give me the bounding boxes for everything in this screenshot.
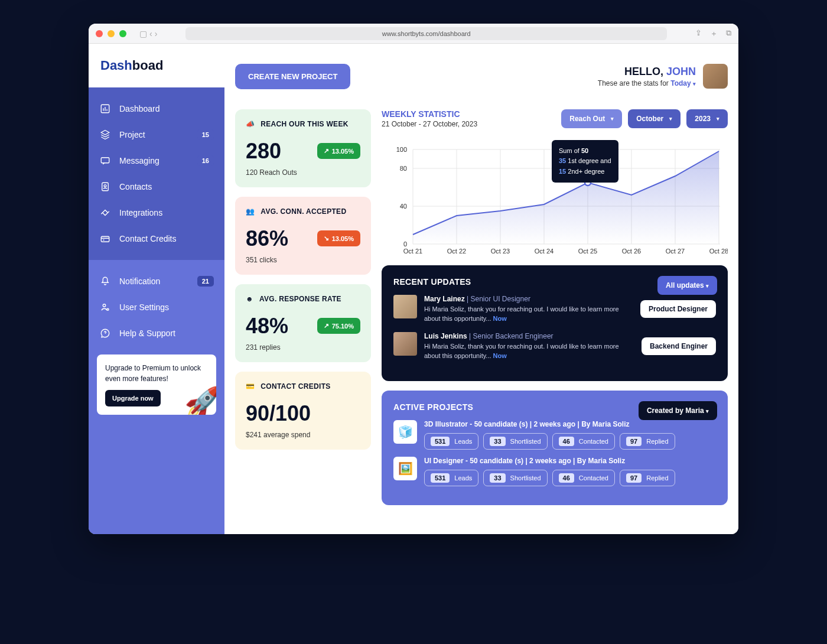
project-item[interactable]: 🧊 3D Illustrator - 50 candidate (s) | 2 … [393, 420, 716, 450]
updates-filter-button[interactable]: All updates ▾ [657, 276, 717, 295]
close-icon[interactable] [96, 30, 103, 37]
role-tag[interactable]: Backend Enginer [642, 337, 716, 355]
greeting: HELLO, JOHN These are the stats for Toda… [598, 66, 696, 87]
svg-text:0: 0 [403, 240, 407, 248]
sidebar-item-contacts[interactable]: Contacts [89, 174, 224, 200]
sidebar-item-project[interactable]: Project15 [89, 122, 224, 148]
sidebar-item-messaging[interactable]: Messaging16 [89, 148, 224, 174]
stat-shortlisted[interactable]: 33Shortlisted [483, 433, 547, 450]
minimize-icon[interactable] [108, 30, 115, 37]
sidebar-toggle-icon[interactable]: ▢ [139, 29, 147, 38]
svg-text:Oct 21: Oct 21 [403, 248, 422, 255]
new-tab-icon[interactable]: ＋ [710, 28, 718, 39]
delta-badge: ↗75.10% [317, 318, 360, 334]
right-column: WEEKLY STATISTIC 21 October - 27 October… [382, 109, 728, 524]
stat-conn: 👥AVG. CONN. ACCEPTED 86%↘13.05% 351 clic… [235, 197, 371, 275]
filter-month[interactable]: October▾ [628, 109, 681, 128]
megaphone-icon: 📣 [246, 120, 255, 128]
upgrade-promo: Upgrade to Premium to unlock even more f… [97, 354, 216, 415]
stat-response: ☻AVG. RESPONSE RATE 48%↗75.10% 231 repli… [235, 284, 371, 362]
svg-text:Oct 25: Oct 25 [578, 248, 597, 255]
chevron-down-icon: ▾ [611, 116, 614, 122]
update-item[interactable]: Mary Lainez | Senior UI Designer Hi Mari… [393, 295, 716, 324]
create-project-button[interactable]: CREATE NEW PROJECT [235, 64, 350, 89]
nav-main: Dashboard Project15 Messaging16 Contacts… [89, 87, 224, 260]
filter-reachout[interactable]: Reach Out▾ [561, 109, 622, 128]
arrow-up-icon: ↗ [324, 322, 329, 330]
stat-replied[interactable]: 97Replied [620, 433, 675, 450]
tabs-icon[interactable]: ⧉ [726, 28, 731, 39]
maximize-icon[interactable] [119, 30, 126, 37]
svg-text:Oct 24: Oct 24 [535, 248, 553, 255]
upgrade-button[interactable]: Upgrade now [105, 390, 161, 406]
share-icon[interactable]: ⇪ [695, 28, 702, 39]
users-icon: 👥 [246, 207, 255, 216]
arrow-down-icon: ↘ [324, 235, 329, 242]
settings-icon [99, 301, 111, 313]
help-icon [99, 327, 111, 339]
chart-tooltip: Sum of 50 35 1st degree and 15 2nd+ degr… [552, 140, 618, 183]
sidebar-item-integrations[interactable]: Integrations [89, 200, 224, 226]
svg-text:Oct 23: Oct 23 [491, 248, 510, 255]
logo: Dashboad [89, 44, 224, 87]
main-content: CREATE NEW PROJECT HELLO, JOHN These are… [224, 44, 738, 534]
top-bar: CREATE NEW PROJECT HELLO, JOHN These are… [235, 54, 728, 99]
filter-year[interactable]: 2023▾ [686, 109, 728, 128]
role-tag[interactable]: Product Designer [640, 300, 716, 318]
projects-filter-button[interactable]: Created by Maria ▾ [639, 401, 717, 420]
titlebar: ▢ ‹ › www.shortbyts.com/dashboard ⇪ ＋ ⧉ [89, 24, 738, 44]
dashboard-icon [99, 103, 111, 115]
back-icon[interactable]: ‹ [149, 29, 152, 38]
period-selector[interactable]: Today ▾ [670, 79, 696, 87]
sidebar: Dashboad Dashboard Project15 Messaging16… [89, 44, 224, 534]
forward-icon[interactable]: › [155, 29, 158, 38]
integrations-icon [99, 207, 111, 219]
app: Dashboad Dashboard Project15 Messaging16… [89, 44, 738, 534]
svg-text:40: 40 [400, 203, 407, 210]
smile-icon: ☻ [246, 295, 253, 303]
delta-badge: ↗13.05% [317, 143, 360, 159]
arrow-up-icon: ↗ [324, 147, 329, 155]
delta-badge: ↘13.05% [317, 230, 360, 246]
user-avatar[interactable] [703, 64, 728, 89]
stat-shortlisted[interactable]: 33Shortlisted [483, 470, 547, 486]
avatar [393, 332, 417, 356]
stat-leads[interactable]: 531Leads [424, 470, 478, 486]
project-icon: 🧊 [393, 420, 417, 444]
project-icon: 🖼️ [393, 457, 417, 480]
chevron-down-icon: ▾ [669, 116, 672, 122]
svg-text:Oct 26: Oct 26 [622, 248, 641, 255]
credits-icon [99, 233, 111, 245]
sidebar-item-credits[interactable]: Contact Credits [89, 226, 224, 252]
stat-contacted[interactable]: 46Contacted [552, 433, 615, 450]
svg-rect-4 [101, 236, 109, 242]
contacts-icon [99, 181, 111, 193]
update-item[interactable]: Luis Jenkins | Senior Backend Engineer H… [393, 332, 716, 361]
sidebar-item-notification[interactable]: Notification21 [89, 268, 224, 294]
recent-updates: RECENT UPDATES All updates ▾ Mary Lainez… [382, 265, 728, 381]
browser-window: ▢ ‹ › www.shortbyts.com/dashboard ⇪ ＋ ⧉ … [89, 24, 738, 534]
stat-replied[interactable]: 97Replied [620, 470, 675, 486]
chevron-down-icon: ▾ [706, 408, 709, 414]
svg-text:Oct 28: Oct 28 [709, 248, 728, 255]
stat-leads[interactable]: 531Leads [424, 433, 478, 450]
bell-icon [99, 275, 111, 287]
svg-text:80: 80 [400, 165, 407, 172]
messaging-icon [99, 155, 111, 167]
weekly-chart: 100 80 40 0 Oct 21Oct 22Oct 23Oct 24Oct … [382, 138, 728, 256]
chevron-down-icon: ▾ [693, 81, 696, 87]
chart-header: WEEKLY STATISTIC 21 October - 27 October… [382, 109, 728, 128]
sidebar-item-help[interactable]: Help & Support [89, 320, 224, 346]
avatar [393, 295, 417, 318]
url-bar[interactable]: www.shortbyts.com/dashboard [185, 27, 667, 40]
svg-rect-1 [101, 158, 109, 163]
stat-credits: 💳CONTACT CREDITS 90/100 $241 average spe… [235, 372, 371, 450]
project-item[interactable]: 🖼️ UI Designer - 50 candidate (s) | 2 we… [393, 457, 716, 486]
stat-reach: 📣REACH OUR THIS WEEK 280↗13.05% 120 Reac… [235, 109, 371, 187]
svg-text:Oct 22: Oct 22 [447, 248, 466, 255]
svg-text:Oct 27: Oct 27 [666, 248, 685, 255]
sidebar-item-dashboard[interactable]: Dashboard [89, 96, 224, 122]
sidebar-item-settings[interactable]: User Settings [89, 294, 224, 320]
stat-contacted[interactable]: 46Contacted [552, 470, 615, 486]
svg-point-6 [107, 308, 109, 310]
